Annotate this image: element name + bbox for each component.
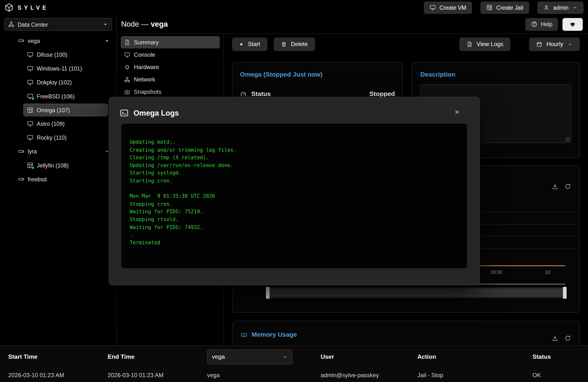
refresh-icon[interactable] [564, 183, 571, 190]
log-terminal[interactable]: Updating motd:. Creating and/or trimming… [121, 123, 467, 268]
cpu-panel-tools [552, 183, 571, 190]
cell-status: OK [533, 372, 580, 379]
page-title: Node — vega [121, 20, 168, 29]
header-actions: Help [525, 18, 583, 31]
chevron-down-icon [572, 5, 578, 10]
tree-node-lyra[interactable]: lyra [0, 144, 116, 158]
slider-handle-right[interactable] [563, 287, 567, 299]
caret-down-icon[interactable] [104, 38, 109, 43]
omega-logs-dialog: Omega Logs ✕ Updating motd:. Creating an… [109, 97, 480, 285]
vm-icon-running [27, 93, 33, 99]
tree-vm-freebsd[interactable]: FreeBSD (106) [0, 90, 116, 103]
delete-button[interactable]: Delete [274, 38, 315, 51]
toolbar-right: View Logs Hourly [459, 38, 580, 51]
cell-node: vega [207, 372, 321, 379]
view-logs-button[interactable]: View Logs [459, 38, 510, 51]
jail-grid-icon [27, 107, 33, 113]
tree-vm-difuse[interactable]: Difuse (100) [0, 48, 116, 62]
vm-icon [27, 120, 33, 127]
hardware-chip-icon [124, 64, 130, 70]
create-jail-label: Create Jail [496, 4, 523, 11]
dialog-header: Omega Logs [109, 97, 479, 117]
running-status-dot [31, 166, 34, 169]
cell-action: Jail - Stop [417, 372, 532, 379]
time-range-slider[interactable] [267, 288, 565, 298]
audit-log-table: Start Time End Time vega User Action Sta… [0, 345, 588, 382]
sylve-logo-icon [5, 3, 14, 12]
running-status-dot [31, 97, 34, 100]
create-jail-button[interactable]: Create Jail [481, 1, 529, 14]
subnav-summary[interactable]: Summary [121, 36, 220, 48]
download-icon[interactable] [552, 335, 558, 341]
tree-label: lyra [28, 148, 37, 155]
tree-label: FreeBSD (106) [37, 93, 75, 99]
tree-node-freebsd[interactable]: freebsd [0, 172, 116, 186]
interval-label: Hourly [546, 41, 563, 48]
slider-handle-left[interactable] [266, 287, 270, 299]
node-filter-select[interactable]: vega [207, 350, 293, 364]
subnav-hardware[interactable]: Hardware [121, 61, 220, 73]
subnav-snapshots[interactable]: Snapshots [121, 86, 220, 98]
tree-label: Rocky (110) [37, 134, 67, 141]
data-center-label: Data Center [18, 21, 48, 27]
user-icon [544, 5, 549, 11]
tree-jail-omega[interactable]: Omega (107) [23, 104, 108, 116]
resize-grip[interactable] [566, 137, 570, 142]
main-header: Node — vega Help [117, 15, 588, 34]
memory-usage-panel: Memory Usage [232, 321, 580, 345]
monitor-icon [430, 5, 436, 11]
subnav-label: Summary [134, 39, 159, 45]
snapshots-camera-icon [124, 89, 130, 95]
help-label: Help [541, 21, 552, 27]
tree-jail-jellyfin[interactable]: Jellyfin (108) [0, 158, 116, 172]
jail-grid-icon-running [27, 162, 33, 168]
audit-table-header: Start Time End Time vega User Action Sta… [8, 346, 580, 368]
tree-label: Omega (107) [37, 107, 70, 113]
tree-label: Dokploy (102) [37, 79, 72, 86]
top-bar: SYLVE Create VM Create Jail admin [0, 0, 588, 15]
col-end-time: End Time [107, 354, 207, 360]
app-root: SYLVE Create VM Create Jail admin Data [0, 0, 588, 382]
x-axis-tick: 10 [545, 270, 550, 275]
brand-name: SYLVE [18, 4, 49, 11]
subnav-label: Console [134, 51, 155, 58]
tree-label: vega [28, 38, 40, 44]
tree-vm-rocky[interactable]: Rocky (110) [0, 131, 116, 144]
chevron-down-icon [567, 42, 573, 47]
tree-vm-astro[interactable]: Astro (109) [0, 117, 116, 131]
col-action: Action [417, 354, 532, 360]
subnav-console[interactable]: Console [121, 48, 220, 61]
console-monitor-icon [124, 52, 130, 58]
col-start-time: Start Time [8, 354, 107, 360]
create-vm-button[interactable]: Create VM [423, 1, 472, 14]
vm-icon [27, 51, 33, 58]
close-icon[interactable]: ✕ [454, 109, 460, 116]
help-button[interactable]: Help [525, 18, 558, 31]
tree-node-vega[interactable]: vega [0, 34, 116, 47]
memory-panel-title: Memory Usage [252, 331, 297, 339]
view-logs-label: View Logs [477, 41, 503, 48]
refresh-icon[interactable] [564, 335, 571, 341]
jail-grid-icon [486, 5, 493, 11]
download-icon[interactable] [552, 183, 558, 190]
interval-select[interactable]: Hourly [529, 38, 580, 51]
subnav-network[interactable]: Network [121, 73, 220, 86]
logs-file-icon [466, 41, 472, 47]
sitemap-icon [8, 21, 14, 27]
data-center-select[interactable]: Data Center [4, 18, 112, 31]
tree-vm-dokploy[interactable]: Dokploy (102) [0, 75, 116, 89]
table-row[interactable]: 2026-03-10 01:23 AM 2026-03-10 01:23 AM … [8, 368, 580, 382]
memory-panel-title-row: Memory Usage [241, 331, 571, 339]
tree-label: freebsd [28, 176, 46, 182]
user-menu-button[interactable]: admin [537, 1, 583, 14]
slider-selection[interactable] [270, 289, 562, 297]
page-title-node: vega [151, 20, 168, 28]
favorite-button[interactable] [563, 18, 583, 31]
subnav-label: Network [134, 76, 155, 83]
heart-icon [570, 21, 576, 27]
x-axis-tick: 20:00 [490, 270, 502, 275]
start-button[interactable]: Start [232, 38, 267, 51]
tree-vm-windows-11[interactable]: Windows-11 (101) [0, 62, 116, 75]
sidebar: Data Center vega Difuse (100) Windows-11… [0, 15, 117, 345]
summary-file-icon [124, 39, 130, 45]
